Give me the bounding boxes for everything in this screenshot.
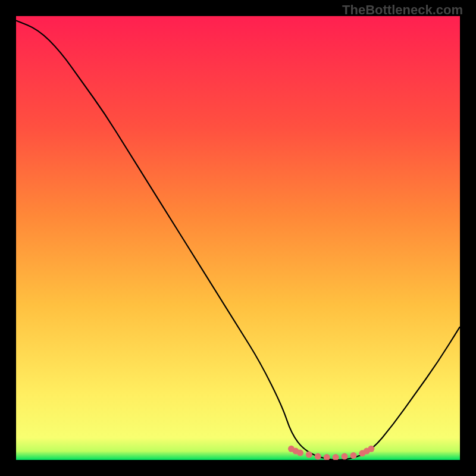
highlight-dot — [342, 453, 348, 460]
watermark-text: TheBottleneck.com — [342, 2, 463, 18]
highlight-dot — [297, 450, 303, 456]
highlight-dot — [350, 452, 356, 459]
highlight-dots — [288, 446, 374, 460]
highlight-dot — [333, 454, 339, 460]
highlight-dot — [315, 453, 321, 460]
plot-area — [16, 16, 460, 460]
curve-layer — [16, 16, 460, 460]
highlight-dot — [368, 446, 374, 452]
highlight-dot — [306, 452, 312, 458]
chart-container: TheBottleneck.com — [0, 0, 476, 476]
bottleneck-curve — [16, 20, 460, 460]
highlight-dot — [324, 454, 330, 460]
